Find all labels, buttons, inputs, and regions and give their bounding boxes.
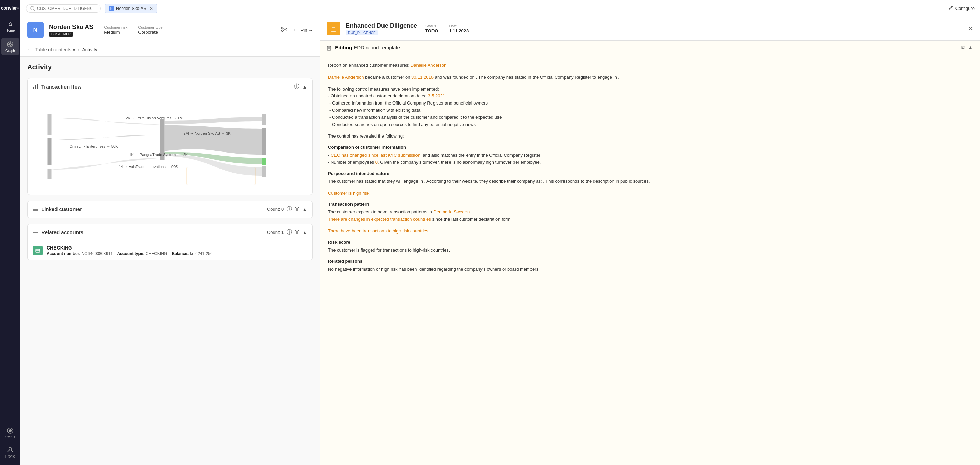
close-button[interactable]: ✕ [968, 25, 973, 32]
section3-countries[interactable]: Denmark, Sweden [433, 209, 469, 215]
svg-point-7 [9, 429, 11, 432]
avatar: N [27, 22, 43, 38]
dd-badge: DUE_DILIGENCE [346, 30, 378, 35]
svg-marker-35 [295, 207, 299, 211]
linked-count: Count: 0 [267, 207, 284, 212]
svg-line-13 [283, 28, 286, 30]
account-details-block: CHECKING Account number: NO64600808911 A… [47, 245, 213, 256]
info-icon-accounts[interactable]: ⓘ [286, 229, 292, 236]
search-icon [30, 6, 35, 11]
collapse-icon-linked[interactable]: ▲ [302, 207, 307, 212]
breadcrumb-separator: › [78, 47, 80, 53]
account-row: CHECKING Account number: NO64600808911 A… [27, 241, 312, 260]
sidebar-item-status[interactable]: Status [2, 424, 19, 442]
customer-type: Customer type Corporate [138, 25, 163, 35]
svg-line-14 [283, 28, 286, 31]
para1-text: became a customer on [364, 75, 411, 80]
editing-label: Editing [335, 45, 352, 50]
scissors-icon[interactable] [281, 26, 287, 34]
dd-status-label: Status [425, 24, 438, 28]
tab-close-button[interactable]: ✕ [150, 6, 153, 11]
document-icon [327, 46, 331, 51]
configure-button[interactable]: Configure [948, 6, 975, 11]
collapse-doc-button[interactable]: ▲ [968, 45, 973, 51]
sidebar-item-label-profile: Profile [5, 454, 15, 458]
svg-point-1 [9, 43, 11, 45]
svg-text:2M → Norden Sko AS → 3K: 2M → Norden Sko AS → 3K [184, 131, 231, 135]
para1-link[interactable]: Danielle Anderson [328, 75, 364, 80]
arrow-icon[interactable]: → [291, 27, 297, 33]
balance: kr 2 241 256 [190, 251, 213, 256]
report-para1: Danielle Anderson became a customer on 3… [328, 74, 972, 81]
dd-title: Enhanced Due Diligence [346, 22, 417, 29]
collapse-icon-transaction[interactable]: ▲ [302, 84, 307, 89]
account-name: CHECKING [47, 245, 213, 250]
back-button[interactable]: ← [27, 47, 33, 53]
filter-icon-accounts[interactable] [295, 229, 299, 235]
linked-customer-card: Linked customer Count: 0 ⓘ ▲ [27, 201, 313, 218]
doc-title: Editing EDD report template [327, 45, 400, 50]
doc-toolbar: Editing EDD report template ⧉ ▲ [320, 40, 980, 55]
section1-num-rest: . Given the company's turnover, there is… [378, 160, 541, 165]
account-number: NO64600808911 [82, 251, 113, 256]
checking-icon [33, 246, 43, 255]
account-type: CHECKING [146, 251, 167, 256]
sankey-chart: 2K → TerraFusion Ventures → 1M 2M → Nord… [27, 95, 312, 195]
sidebar: convier+ ⌂ Home Graph Status Profile [0, 0, 21, 465]
section4-content: The customer is flagged for transactions… [328, 247, 972, 254]
svg-rect-23 [262, 128, 266, 155]
svg-rect-22 [262, 115, 266, 124]
svg-rect-45 [327, 46, 331, 50]
section1-num[interactable]: 0 [375, 160, 378, 165]
section1-num-text: - Number of employees [328, 160, 375, 165]
sidebar-item-profile[interactable]: Profile [2, 443, 19, 461]
accounts-title: Related accounts [41, 229, 83, 235]
section3-content: The customer expects to have transaction… [328, 209, 972, 223]
section5-content: No negative information or high risk has… [328, 266, 972, 273]
svg-rect-25 [262, 166, 266, 177]
chevron-down-icon: ▾ [73, 47, 75, 53]
customer-badge: CUSTOMER [49, 32, 73, 37]
section1-link1[interactable]: CEO has changed since last KYC submissio… [331, 153, 420, 158]
dd-meta: Status TODO Date 1.11.2023 [425, 24, 469, 33]
search-box[interactable] [26, 5, 101, 13]
dd-status: Status TODO [425, 24, 438, 33]
risk-label: Customer risk [104, 25, 127, 29]
section3-text2: . [469, 209, 471, 215]
page-title: Activity [27, 63, 313, 71]
measure-date[interactable]: 3.5.2021 [428, 93, 445, 99]
doc-template-name: EDD report template [353, 45, 400, 50]
section1-content: - CEO has changed since last KYC submiss… [328, 152, 972, 166]
measure-4: - Conducted a transaction analysis of th… [329, 115, 502, 120]
customer-tab[interactable]: N Norden Sko AS ✕ [105, 4, 157, 13]
filter-icon-linked[interactable] [295, 206, 299, 212]
customer-actions: → Pin → [281, 26, 313, 34]
breadcrumb-toc[interactable]: Table of contents ▾ [35, 47, 75, 53]
para1-date[interactable]: 30.11.2016 [411, 75, 434, 80]
collapse-icon-accounts[interactable]: ▲ [302, 230, 307, 235]
sidebar-item-graph[interactable]: Graph [2, 38, 19, 56]
type-label: Customer type [138, 25, 163, 29]
tab-label: Norden Sko AS [116, 6, 146, 11]
configure-label: Configure [956, 6, 975, 11]
intro-link[interactable]: Danielle Anderson [411, 63, 447, 68]
svg-point-12 [282, 30, 283, 32]
customer-header: N Norden Sko AS CUSTOMER Customer risk M… [21, 17, 320, 43]
pin-button[interactable]: Pin → [301, 27, 313, 33]
card-actions-linked: Count: 0 ⓘ ▲ [267, 205, 307, 213]
info-icon-linked[interactable]: ⓘ [286, 205, 292, 213]
card-title-transaction: Transaction flow [33, 84, 81, 89]
toc-label: Table of contents [35, 47, 72, 53]
sidebar-item-home[interactable]: ⌂ Home [2, 18, 19, 35]
dd-date-value: 1.11.2023 [449, 28, 469, 33]
right-header: Enhanced Due Diligence DUE_DILIGENCE Sta… [320, 17, 980, 40]
measure-3: - Compared new information with existing… [329, 108, 420, 113]
dd-status-value: TODO [425, 28, 438, 33]
info-icon-transaction[interactable]: ⓘ [294, 83, 299, 90]
balance-label: Balance: [172, 251, 189, 256]
customer-meta: Customer risk Medium Customer type Corpo… [104, 25, 162, 35]
copy-doc-button[interactable]: ⧉ [961, 45, 965, 51]
risk-value: Medium [104, 30, 120, 35]
search-input[interactable] [37, 6, 92, 11]
sidebar-item-label-graph: Graph [5, 49, 15, 53]
